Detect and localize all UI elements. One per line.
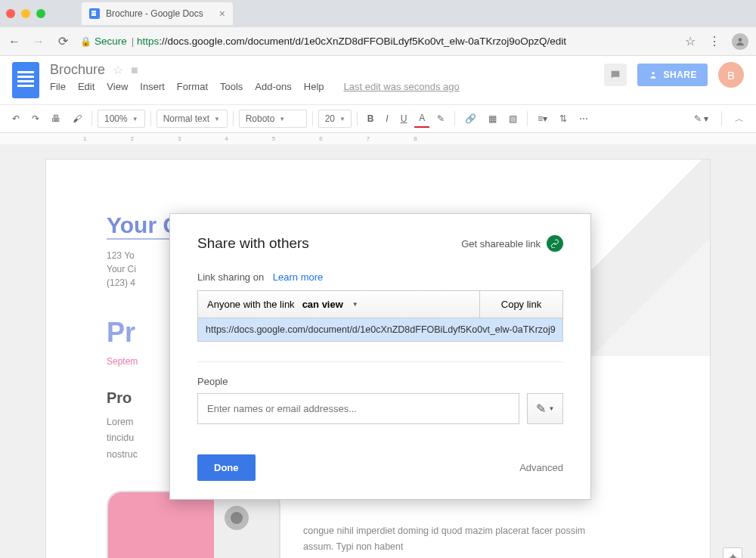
print-button[interactable]: 🖶	[47, 110, 65, 127]
doc-phone-image[interactable]	[107, 491, 280, 558]
menu-edit[interactable]: Edit	[78, 81, 94, 92]
last-edit-link[interactable]: Last edit was seconds ago	[344, 81, 460, 92]
zoom-dropdown[interactable]: 100%▼	[98, 110, 145, 128]
people-label: People	[197, 376, 563, 387]
text-color-button[interactable]: A	[414, 110, 429, 128]
undo-button[interactable]: ↶	[8, 110, 24, 127]
tab-close-icon[interactable]: ×	[219, 8, 225, 20]
share-url-field[interactable]: https://docs.google.com/document/d/1e0cX…	[197, 318, 563, 342]
reload-button[interactable]: ⟳	[56, 34, 70, 48]
url-rest: ://docs.google.com/document/d/1e0cXnZD8d…	[159, 36, 566, 47]
ruler[interactable]: 1 2 3 4 5 6 7 8	[0, 133, 756, 145]
doc-body-right[interactable]: congue nihil imperdiet doming id quod ma…	[303, 523, 590, 556]
bold-button[interactable]: B	[363, 110, 379, 127]
menu-addons[interactable]: Add-ons	[255, 81, 291, 92]
docs-favicon	[89, 8, 100, 19]
pencil-icon: ✎	[536, 401, 546, 416]
lock-icon: 🔒	[80, 36, 91, 47]
browser-tab-bar: Brochure - Google Docs ×	[0, 0, 756, 27]
url-input[interactable]: 🔒 Secure | https ://docs.google.com/docu…	[80, 36, 673, 47]
get-shareable-link[interactable]: Get shareable link	[461, 235, 563, 252]
toolbar: ↶ ↷ 🖶 🖌 100%▼ Normal text▼ Roboto▼ 20▼ B…	[0, 104, 756, 133]
chevron-down-icon: ▼	[352, 301, 358, 308]
forward-button[interactable]: →	[32, 35, 45, 48]
star-icon[interactable]: ☆	[113, 63, 123, 77]
explore-button[interactable]: ✦	[723, 547, 742, 558]
back-button[interactable]: ←	[8, 35, 21, 48]
people-permission-dropdown[interactable]: ✎▼	[527, 393, 563, 424]
svg-point-0	[739, 38, 742, 42]
styles-dropdown[interactable]: Normal text▼	[156, 110, 228, 128]
people-input[interactable]	[197, 393, 519, 424]
secure-label: Secure	[94, 36, 127, 47]
highlight-button[interactable]: ✎	[432, 110, 449, 127]
url-scheme: https	[137, 36, 159, 47]
docs-header: Brochure ☆ ■ File Edit View Insert Forma…	[0, 56, 756, 98]
align-button[interactable]: ≡▾	[533, 110, 552, 127]
more-button[interactable]: ⋯	[575, 110, 593, 127]
share-dialog: Share with others Get shareable link Lin…	[169, 213, 591, 500]
menu-bar: File Edit View Insert Format Tools Add-o…	[50, 81, 604, 92]
comments-icon[interactable]	[604, 64, 627, 86]
menu-view[interactable]: View	[107, 81, 128, 92]
menu-help[interactable]: Help	[304, 81, 324, 92]
font-size-dropdown[interactable]: 20▼	[318, 110, 352, 128]
tab-title: Brochure - Google Docs	[106, 8, 203, 19]
address-bar: ← → ⟳ 🔒 Secure | https ://docs.google.co…	[0, 27, 756, 56]
docs-logo-icon[interactable]	[12, 62, 39, 98]
copy-link-button[interactable]: Copy link	[479, 291, 562, 318]
folder-icon[interactable]: ■	[131, 64, 138, 77]
window-minimize[interactable]	[21, 9, 30, 18]
link-icon	[547, 235, 563, 252]
underline-button[interactable]: U	[396, 110, 412, 127]
learn-more-link[interactable]: Learn more	[273, 271, 323, 283]
redo-button[interactable]: ↷	[27, 110, 44, 127]
user-avatar[interactable]: B	[718, 62, 744, 88]
done-button[interactable]: Done	[197, 454, 256, 481]
menu-file[interactable]: File	[50, 81, 66, 92]
link-sharing-status: Link sharing on	[197, 271, 264, 283]
share-button[interactable]: SHARE	[637, 64, 708, 86]
insert-link-button[interactable]: 🔗	[460, 110, 481, 127]
paint-format-button[interactable]: 🖌	[68, 110, 86, 127]
insert-comment-button[interactable]: ▦	[484, 110, 501, 127]
font-dropdown[interactable]: Roboto▼	[239, 110, 307, 128]
window-close[interactable]	[6, 9, 15, 18]
svg-point-1	[652, 72, 655, 75]
advanced-link[interactable]: Advanced	[519, 462, 563, 473]
collapse-toolbar-button[interactable]: ︿	[730, 110, 748, 129]
browser-tab[interactable]: Brochure - Google Docs ×	[82, 2, 233, 25]
editing-mode-button[interactable]: ✎ ▾	[689, 110, 713, 127]
menu-format[interactable]: Format	[177, 81, 208, 92]
window-maximize[interactable]	[36, 9, 45, 18]
share-button-label: SHARE	[663, 70, 697, 80]
line-spacing-button[interactable]: ⇅	[555, 110, 572, 127]
menu-tools[interactable]: Tools	[220, 81, 243, 92]
bookmark-star-icon[interactable]: ☆	[683, 34, 697, 48]
link-permission-dropdown[interactable]: Anyone with the link can view ▼	[198, 291, 479, 318]
italic-button[interactable]: I	[381, 110, 392, 127]
insert-image-button[interactable]: ▧	[504, 110, 522, 127]
menu-insert[interactable]: Insert	[140, 81, 165, 92]
chrome-account-icon[interactable]	[732, 33, 748, 50]
browser-menu-icon[interactable]: ⋮	[708, 34, 721, 48]
document-title[interactable]: Brochure	[50, 62, 105, 78]
